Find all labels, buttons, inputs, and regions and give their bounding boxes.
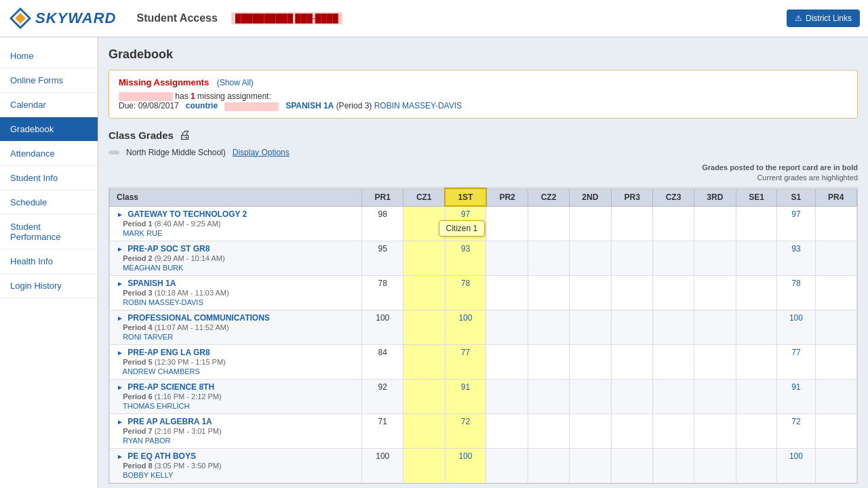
grade-s1: 72 xyxy=(777,413,815,448)
expand-arrow[interactable]: ► xyxy=(117,384,123,391)
grade-link[interactable]: 78 xyxy=(461,279,470,288)
grade-s1-link[interactable]: 100 xyxy=(789,451,803,461)
th-pr4: PR4 xyxy=(815,188,856,206)
grade-link[interactable]: 72 xyxy=(461,417,470,426)
sidebar-item-gradebook[interactable]: Gradebook xyxy=(0,117,98,142)
teacher-name[interactable]: MARK RUE xyxy=(117,229,162,237)
grade-cz3 xyxy=(653,241,694,275)
table-header-row: Class PR1 CZ1 1ST PR2 CZ2 2ND PR3 CZ3 3R… xyxy=(110,188,857,206)
teacher-name[interactable]: RONI TARVER xyxy=(117,333,173,341)
grade-s1-link[interactable]: 93 xyxy=(791,244,800,253)
teacher-name[interactable]: THOMAS EHRLICH xyxy=(117,402,189,410)
class-period: Period 7 (2:16 PM - 3:01 PM) xyxy=(117,427,222,435)
grade-pr3 xyxy=(612,241,653,275)
sidebar-item-calendar[interactable]: Calendar xyxy=(0,93,98,117)
grade-pr2 xyxy=(486,448,528,483)
sidebar-item-online-forms[interactable]: Online Forms xyxy=(0,68,98,93)
grades-note: Grades posted to the report card are in … xyxy=(108,163,858,184)
grade-link[interactable]: 77 xyxy=(461,348,470,357)
sidebar-item-home[interactable]: Home xyxy=(0,44,98,68)
sidebar-item-login-history[interactable]: Login History xyxy=(0,274,98,298)
grade-s1: 97 xyxy=(777,206,815,241)
expand-arrow[interactable]: ► xyxy=(117,453,123,460)
missing-assignments-box: Missing Assignments (Show All) has 1 mis… xyxy=(108,70,858,119)
grade-cz2 xyxy=(528,344,569,379)
grade-s1: 100 xyxy=(777,310,815,344)
grade-pr3 xyxy=(612,344,653,379)
expand-arrow[interactable]: ► xyxy=(117,245,123,253)
grade-s1-link[interactable]: 72 xyxy=(791,417,800,426)
th-pr1: PR1 xyxy=(362,188,403,206)
grade-rd3 xyxy=(694,275,736,310)
display-options-link[interactable]: Display Options xyxy=(233,148,290,157)
grade-nd2 xyxy=(569,206,611,241)
class-name[interactable]: PROFESSIONAL COMMUNICATIONS xyxy=(127,313,270,323)
grade-pr4 xyxy=(815,275,856,310)
teacher-name[interactable]: MEAGHAN BURK xyxy=(117,264,183,272)
teacher-name[interactable]: RYAN PABOR xyxy=(117,436,170,445)
sidebar-item-attendance[interactable]: Attendance xyxy=(0,142,98,166)
district-links-button[interactable]: ⚠ District Links xyxy=(787,9,860,27)
assignment-name-blurred xyxy=(224,102,279,111)
sidebar-item-schedule[interactable]: Schedule xyxy=(0,190,98,215)
grade-nd2 xyxy=(569,448,611,483)
class-name[interactable]: GATEWAY TO TECHNOLOGY 2 xyxy=(127,209,247,219)
logo-text: SKYWARD xyxy=(35,9,116,27)
logo-area: SKYWARD Student Access ██████████ ███-██… xyxy=(8,6,342,30)
sidebar-item-health-info[interactable]: Health Info xyxy=(0,249,98,274)
grade-link[interactable]: 100 xyxy=(458,313,472,323)
grade-s1-link[interactable]: 91 xyxy=(791,382,800,392)
class-name[interactable]: PE EQ ATH BOYS xyxy=(127,451,196,461)
grade-link[interactable]: 97 xyxy=(461,209,470,219)
class-name[interactable]: SPANISH 1A xyxy=(127,279,176,288)
sidebar-item-student-performance[interactable]: Student Performance xyxy=(0,215,98,249)
class-period: Period 5 (12:30 PM - 1:15 PM) xyxy=(117,358,226,366)
grade-s1: 77 xyxy=(777,344,815,379)
print-icon[interactable]: 🖨 xyxy=(179,128,191,142)
table-row: ► PRE-AP ENG LA GR8 Period 5 (12:30 PM -… xyxy=(110,344,857,379)
grade-pr4 xyxy=(815,241,856,275)
grade-cz1 xyxy=(403,241,445,275)
main-content: Gradebook Missing Assignments (Show All)… xyxy=(98,37,868,488)
class-name[interactable]: PRE-AP ENG LA GR8 xyxy=(127,348,210,357)
grade-1st: 91 xyxy=(445,379,486,413)
teacher-name[interactable]: ROBIN MASSEY-DAVIS xyxy=(117,298,203,306)
grade-pr3 xyxy=(612,206,653,241)
teacher-name[interactable]: BOBBY KELLY xyxy=(117,471,173,479)
expand-arrow[interactable]: ► xyxy=(117,418,123,426)
missing-course-name[interactable]: countrie xyxy=(186,101,218,110)
grade-s1-link[interactable]: 100 xyxy=(789,313,803,323)
missing-count: 1 xyxy=(191,92,195,101)
grade-nd2 xyxy=(569,344,611,379)
grade-pr3 xyxy=(612,379,653,413)
grade-s1-link[interactable]: 77 xyxy=(791,348,800,357)
class-name[interactable]: PRE-AP SOC ST GR8 xyxy=(127,244,210,253)
th-3rd: 3RD xyxy=(694,188,736,206)
grade-pr2 xyxy=(486,344,528,379)
missing-teacher[interactable]: ROBIN MASSEY-DAVIS xyxy=(374,101,462,110)
grade-1st: 93 xyxy=(445,241,486,275)
expand-arrow[interactable]: ► xyxy=(117,314,123,322)
grade-nd2 xyxy=(569,310,611,344)
grade-s1-link[interactable]: 78 xyxy=(791,279,800,288)
class-name[interactable]: PRE-AP SCIENCE 8TH xyxy=(127,382,214,392)
grade-cz3 xyxy=(653,206,694,241)
table-row: ► PROFESSIONAL COMMUNICATIONS Period 4 (… xyxy=(110,310,857,344)
class-name[interactable]: PRE AP ALGEBRA 1A xyxy=(127,417,212,426)
sidebar-item-student-info[interactable]: Student Info xyxy=(0,166,98,190)
grade-s1: 100 xyxy=(777,448,815,483)
grade-link[interactable]: 93 xyxy=(461,244,470,253)
missing-has-text: has xyxy=(175,92,191,101)
grade-pr4 xyxy=(815,379,856,413)
expand-arrow[interactable]: ► xyxy=(117,280,123,287)
grade-1st: 97Citizen 1 xyxy=(445,206,486,241)
grade-link[interactable]: 91 xyxy=(461,382,470,392)
grade-link[interactable]: 100 xyxy=(458,451,472,461)
missing-course-full[interactable]: SPANISH 1A xyxy=(285,101,334,110)
grade-pr2 xyxy=(486,206,528,241)
expand-arrow[interactable]: ► xyxy=(117,349,123,357)
expand-arrow[interactable]: ► xyxy=(117,211,123,218)
show-all-link[interactable]: (Show All) xyxy=(217,78,254,87)
grade-s1-link[interactable]: 97 xyxy=(791,209,800,219)
teacher-name[interactable]: ANDREW CHAMBERS xyxy=(117,367,200,375)
